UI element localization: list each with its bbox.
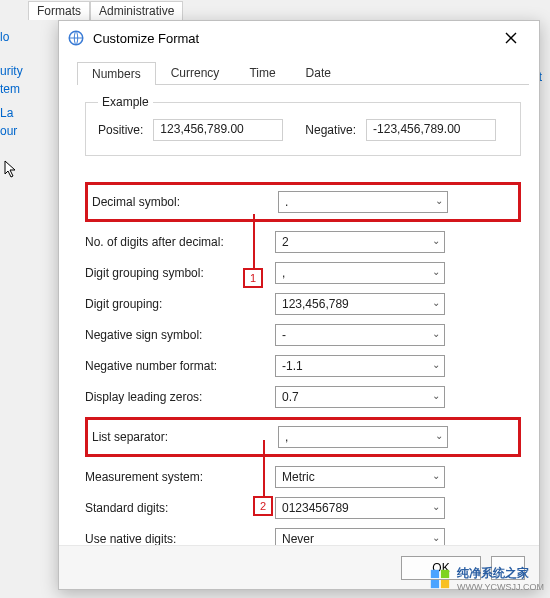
chevron-down-icon: ⌄ — [432, 532, 440, 543]
std-digits-combo[interactable]: 0123456789⌄ — [275, 497, 445, 519]
leading-zeros-label: Display leading zeros: — [85, 390, 275, 404]
svg-rect-2 — [441, 569, 449, 577]
chevron-down-icon: ⌄ — [435, 195, 443, 206]
decimal-symbol-combo[interactable]: .⌄ — [278, 191, 448, 213]
row-list-separator: List separator: ,⌄ — [85, 417, 521, 457]
row-neg-sign: Negative sign symbol: -⌄ — [85, 324, 521, 346]
row-group-symbol: Digit grouping symbol: ,⌄ — [85, 262, 521, 284]
cursor-icon — [4, 160, 18, 181]
bg-link-la[interactable]: La — [0, 106, 23, 120]
format-tabs: Numbers Currency Time Date — [77, 61, 529, 85]
row-neg-format: Negative number format: -1.1⌄ — [85, 355, 521, 377]
annotation-line — [263, 440, 265, 500]
customize-format-dialog: Customize Format Numbers Currency Time D… — [58, 20, 540, 590]
native-digits-value: Never — [282, 532, 314, 545]
native-digits-label: Use native digits: — [85, 532, 275, 545]
native-digits-combo[interactable]: Never⌄ — [275, 528, 445, 545]
neg-format-combo[interactable]: -1.1⌄ — [275, 355, 445, 377]
list-sep-combo[interactable]: ,⌄ — [278, 426, 448, 448]
bg-link: tem — [0, 82, 23, 96]
annotation-line — [253, 214, 255, 272]
chevron-down-icon: ⌄ — [432, 235, 440, 246]
group-symbol-value: , — [282, 266, 285, 280]
neg-format-value: -1.1 — [282, 359, 303, 373]
tab-currency[interactable]: Currency — [156, 61, 235, 84]
list-sep-label: List separator: — [92, 430, 278, 444]
watermark: 纯净系统之家 WWW.YCWSJJ.COM — [429, 565, 544, 592]
chevron-down-icon: ⌄ — [432, 470, 440, 481]
chevron-down-icon: ⌄ — [435, 430, 443, 441]
titlebar: Customize Format — [59, 21, 539, 55]
row-digits-after: No. of digits after decimal: 2⌄ — [85, 231, 521, 253]
digits-after-label: No. of digits after decimal: — [85, 235, 275, 249]
bg-link: urity — [0, 64, 23, 78]
tab-administrative-bg[interactable]: Administrative — [90, 1, 183, 20]
neg-sign-combo[interactable]: -⌄ — [275, 324, 445, 346]
close-icon — [505, 32, 517, 44]
measure-combo[interactable]: Metric⌄ — [275, 466, 445, 488]
neg-sign-value: - — [282, 328, 286, 342]
negative-label: Negative: — [305, 123, 356, 137]
row-native-digits: Use native digits: Never⌄ — [85, 528, 521, 545]
tab-time[interactable]: Time — [234, 61, 290, 84]
grouping-label: Digit grouping: — [85, 297, 275, 311]
close-button[interactable] — [491, 24, 531, 52]
numbers-panel: Example Positive: 123,456,789.00 Negativ… — [59, 85, 539, 545]
digits-after-value: 2 — [282, 235, 289, 249]
chevron-down-icon: ⌄ — [432, 328, 440, 339]
bg-left-links: urity tem La our — [0, 60, 23, 142]
digits-after-combo[interactable]: 2⌄ — [275, 231, 445, 253]
example-legend: Example — [98, 95, 153, 109]
neg-format-label: Negative number format: — [85, 359, 275, 373]
windows-logo-icon — [429, 568, 451, 590]
row-leading-zeros: Display leading zeros: 0.7⌄ — [85, 386, 521, 408]
decimal-symbol-label: Decimal symbol: — [92, 195, 278, 209]
row-grouping: Digit grouping: 123,456,789⌄ — [85, 293, 521, 315]
std-digits-label: Standard digits: — [85, 501, 275, 515]
row-measure: Measurement system: Metric⌄ — [85, 466, 521, 488]
bg-link-lo: lo — [0, 30, 9, 44]
grouping-combo[interactable]: 123,456,789⌄ — [275, 293, 445, 315]
watermark-sub: WWW.YCWSJJ.COM — [457, 582, 544, 592]
leading-zeros-value: 0.7 — [282, 390, 299, 404]
tab-date[interactable]: Date — [291, 61, 346, 84]
tab-numbers[interactable]: Numbers — [77, 62, 156, 85]
group-symbol-combo[interactable]: ,⌄ — [275, 262, 445, 284]
globe-icon — [67, 29, 85, 47]
row-std-digits: Standard digits: 0123456789⌄ — [85, 497, 521, 519]
leading-zeros-combo[interactable]: 0.7⌄ — [275, 386, 445, 408]
tab-formats-bg[interactable]: Formats — [28, 1, 90, 20]
chevron-down-icon: ⌄ — [432, 501, 440, 512]
row-decimal-symbol: Decimal symbol: .⌄ — [85, 182, 521, 222]
svg-rect-3 — [431, 579, 439, 587]
watermark-text: 纯净系统之家 — [457, 566, 529, 580]
annotation-1: 1 — [243, 268, 263, 288]
measure-label: Measurement system: — [85, 470, 275, 484]
negative-value: -123,456,789.00 — [366, 119, 496, 141]
positive-label: Positive: — [98, 123, 143, 137]
dialog-title: Customize Format — [93, 31, 491, 46]
chevron-down-icon: ⌄ — [432, 359, 440, 370]
chevron-down-icon: ⌄ — [432, 297, 440, 308]
grouping-value: 123,456,789 — [282, 297, 349, 311]
form: Decimal symbol: .⌄ No. of digits after d… — [85, 182, 521, 545]
chevron-down-icon: ⌄ — [432, 390, 440, 401]
annotation-2: 2 — [253, 496, 273, 516]
svg-rect-4 — [441, 579, 449, 587]
decimal-symbol-value: . — [285, 195, 288, 209]
neg-sign-label: Negative sign symbol: — [85, 328, 275, 342]
positive-value: 123,456,789.00 — [153, 119, 283, 141]
region-settings-tabs: Formats Administrative — [28, 1, 183, 20]
svg-rect-1 — [431, 569, 439, 577]
measure-value: Metric — [282, 470, 315, 484]
example-group: Example Positive: 123,456,789.00 Negativ… — [85, 95, 521, 156]
list-sep-value: , — [285, 430, 288, 444]
chevron-down-icon: ⌄ — [432, 266, 440, 277]
bg-link: our — [0, 124, 23, 138]
std-digits-value: 0123456789 — [282, 501, 349, 515]
